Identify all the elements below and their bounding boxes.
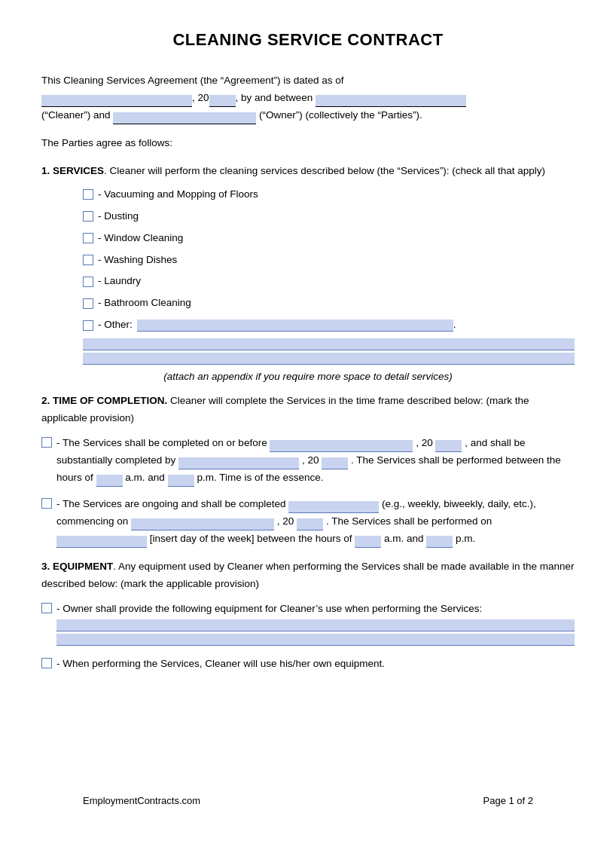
intro-paragraph: This Cleaning Services Agreement (the “A… [41,72,575,124]
provision1-text: - The Services shall be completed on or … [56,435,575,487]
provision2-text: - The Services are ongoing and shall be … [56,496,575,548]
ongoing-end-hour[interactable] [426,536,453,548]
appendix-note: (attach an appendix if you require more … [41,371,575,382]
extra-service-fields [83,338,575,365]
service-vacuuming: - Vacuuming and Mopping of Floors [83,186,575,203]
checkbox-vacuuming[interactable] [83,189,93,200]
section1-header: 1. SERVICES. Cleaner will perform the cl… [41,163,575,180]
completion-by-year-field[interactable] [322,457,348,469]
label-other: - Other: [98,316,133,334]
label-laundry: - Laundry [98,273,141,290]
footer-right: Page 1 of 2 [483,795,534,806]
equipment-provision1-text: - Owner shall provide the following equi… [56,601,575,648]
day-of-week-field[interactable] [56,536,147,548]
equipment-provision2-text: - When performing the Services, Cleaner … [56,656,575,673]
checkbox-provision1[interactable] [41,437,52,448]
completion-by-field[interactable] [178,457,299,469]
footer: EmploymentContracts.com Page 1 of 2 [83,795,533,806]
extra-service-line2[interactable] [83,353,575,365]
extra-service-line1[interactable] [83,338,575,350]
service-bathroom: - Bathroom Cleaning [83,295,575,312]
checkbox-provision2[interactable] [41,498,52,509]
commence-date-field[interactable] [131,518,274,530]
checkbox-other[interactable] [83,320,93,331]
checkbox-window[interactable] [83,233,93,243]
ongoing-start-hour[interactable] [355,536,381,548]
other-input-field[interactable] [137,319,453,332]
end-hour-field[interactable] [168,475,194,487]
checkbox-equipment2[interactable] [41,658,52,668]
start-hour-field[interactable] [96,475,123,487]
equipment-services-field[interactable] [56,619,575,631]
checkbox-dusting[interactable] [83,211,93,222]
service-other: - Other: . [83,316,575,334]
completion-year-field[interactable] [435,440,462,452]
checkbox-equipment1[interactable] [41,603,52,613]
section3-provision1: - Owner shall provide the following equi… [41,601,575,648]
equipment-services-field2[interactable] [56,634,575,646]
year-field[interactable] [209,95,236,107]
owner-field[interactable] [113,112,256,124]
checkbox-bathroom[interactable] [83,298,93,309]
section2-header: 2. TIME OF COMPLETION. Cleaner will comp… [41,393,575,427]
label-window: - Window Cleaning [98,230,183,247]
service-washing-dishes: - Washing Dishes [83,252,575,269]
footer-left: EmploymentContracts.com [83,795,200,806]
section3-header: 3. EQUIPMENT. Any equipment used by Clea… [41,558,575,593]
agree-text: The Parties agree as follows: [41,135,575,152]
frequency-field[interactable] [288,501,379,513]
service-laundry: - Laundry [83,273,575,290]
services-list: - Vacuuming and Mopping of Floors - Dust… [83,186,575,335]
completion-date-field[interactable] [270,440,413,452]
section3-provision2: - When performing the Services, Cleaner … [41,656,575,673]
label-dusting: - Dusting [98,208,139,225]
label-vacuuming: - Vacuuming and Mopping of Floors [98,186,258,203]
between-field[interactable] [316,95,466,107]
service-window-cleaning: - Window Cleaning [83,230,575,247]
commence-year-field[interactable] [297,518,323,530]
label-dishes: - Washing Dishes [98,252,177,269]
section2-provision1: - The Services shall be completed on or … [41,435,575,487]
checkbox-dishes[interactable] [83,255,93,265]
date-field[interactable] [41,95,192,107]
page-title: CLEANING SERVICE CONTRACT [41,30,575,50]
checkbox-laundry[interactable] [83,277,93,287]
section2-provision2: - The Services are ongoing and shall be … [41,496,575,548]
service-dusting: - Dusting [83,208,575,225]
intro-line1: This Cleaning Services Agreement (the “A… [41,75,343,86]
label-bathroom: - Bathroom Cleaning [98,295,191,312]
